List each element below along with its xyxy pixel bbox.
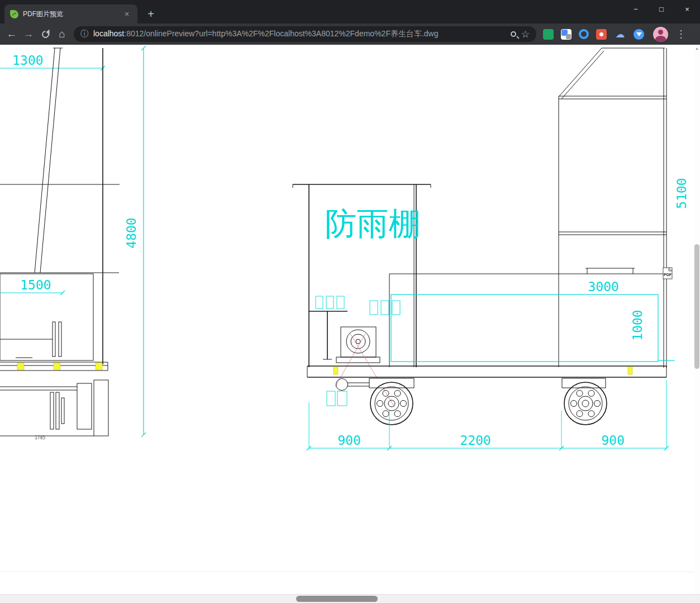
tab-title: PDF图片预览: [23, 10, 117, 19]
wheel: [564, 382, 607, 425]
tab-close-icon[interactable]: ×: [122, 9, 132, 19]
maximize-button[interactable]: □: [649, 0, 674, 18]
tab-pdf-preview[interactable]: PDF图片预览 ×: [4, 4, 137, 23]
pdf-badge-label: PDF: [664, 273, 672, 277]
left-side-view: 1300 4800 1500: [0, 46, 146, 440]
extension-icon-blue[interactable]: [634, 29, 644, 40]
close-button[interactable]: ×: [674, 0, 700, 18]
horizontal-scrollbar[interactable]: [0, 594, 700, 603]
shelter-label: 防雨棚: [325, 206, 421, 241]
dim-label-900-right: 900: [601, 433, 625, 448]
cad-drawing-canvas: 1300 4800 1500: [0, 45, 700, 594]
dim-label-3000: 3000: [588, 279, 618, 294]
extensions-area: ☁: [543, 29, 644, 40]
extension-icon-blue-ring[interactable]: [579, 29, 589, 39]
home-icon[interactable]: ⌂: [54, 26, 70, 42]
url-text[interactable]: localhost:8012/onlinePreview?url=http%3A…: [93, 29, 506, 39]
vertical-scrollbar[interactable]: ▲: [694, 45, 700, 594]
minimize-button[interactable]: −: [623, 0, 649, 18]
extension-icon-red[interactable]: [596, 29, 607, 40]
horizontal-scroll-thumb[interactable]: [296, 596, 378, 602]
highlight-mark: [54, 363, 60, 370]
dim-label-1500: 1500: [20, 278, 51, 292]
spring-leaf-favicon: [10, 10, 18, 18]
dim-label-5100: 5100: [674, 178, 689, 208]
rain-shelter-view: 防雨棚: [293, 184, 431, 407]
tab-strip: PDF图片预览 × + − □ ×: [0, 0, 700, 23]
highlight-mark: [334, 367, 338, 374]
back-icon[interactable]: ←: [3, 26, 20, 42]
translate-extension-icon[interactable]: [561, 29, 572, 40]
bookmark-star-icon[interactable]: ☆: [521, 29, 530, 40]
url-host: localhost: [93, 29, 124, 38]
dim-label-1000: 1000: [630, 310, 645, 340]
profile-avatar[interactable]: [653, 27, 668, 42]
page-info-icon[interactable]: ⓘ: [80, 29, 88, 39]
cloud-extension-icon[interactable]: ☁: [614, 29, 626, 40]
highlight-mark: [17, 363, 24, 370]
url-path: :8012/onlinePreview?url=http%3A%2F%2Floc…: [124, 29, 438, 38]
navigation-bar: ← → ⌂ ⓘ localhost:8012/onlinePreview?url…: [0, 23, 700, 45]
right-frame-view: 5100 3000 1000: [389, 48, 689, 368]
wheel: [370, 382, 413, 425]
window-controls: − □ ×: [623, 0, 700, 18]
forward-icon[interactable]: →: [20, 26, 37, 42]
new-tab-button[interactable]: +: [143, 6, 159, 22]
dim-label-1785: 1785: [35, 435, 45, 440]
dim-label-4800: 4800: [124, 217, 139, 248]
highlight-mark: [628, 367, 632, 374]
reload-icon[interactable]: [37, 26, 54, 42]
scroll-up-icon[interactable]: ▲: [694, 46, 699, 50]
address-bar[interactable]: ⓘ localhost:8012/onlinePreview?url=http%…: [74, 26, 536, 42]
zoom-icon[interactable]: [511, 31, 516, 37]
dim-label-900-left: 900: [337, 433, 361, 448]
dwg-preview-page: 1300 4800 1500: [0, 45, 700, 603]
browser-menu-icon[interactable]: ⋮: [675, 28, 687, 40]
highlight-mark: [96, 363, 102, 370]
dim-label-1300: 1300: [12, 53, 43, 68]
vertical-scroll-thumb[interactable]: [694, 244, 699, 369]
pdf-file-icon[interactable]: PDF: [663, 268, 672, 279]
dim-label-2200: 2200: [460, 433, 491, 448]
undercarriage: 900 2200 900: [307, 366, 669, 450]
extension-icon-green[interactable]: [543, 29, 554, 40]
